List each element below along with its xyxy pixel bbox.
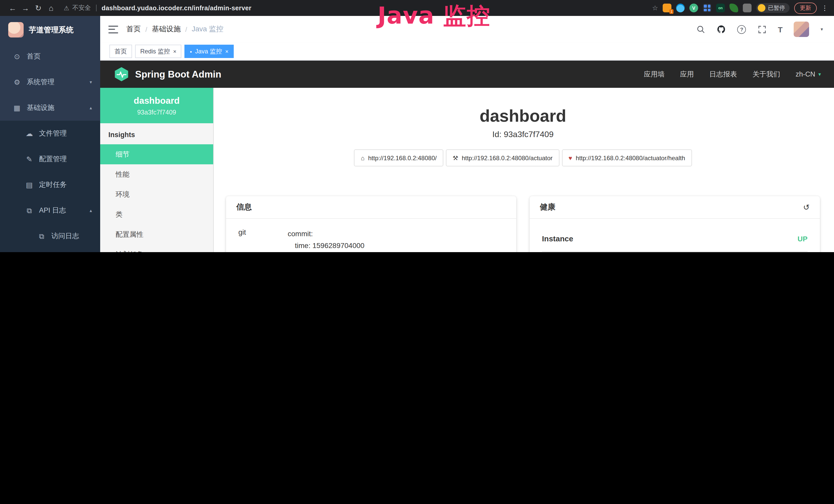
sba-nav-wallboard[interactable]: 应用墙 — [644, 70, 664, 79]
main-column: 首页 / 基础设施 / Java 监控 ? T ▾ — [100, 16, 834, 252]
app-logo[interactable]: 芋道管理系统 — [0, 16, 100, 44]
sidebar-item-jobs[interactable]: ▤ 定时任务 — [0, 172, 100, 198]
sidebar-item-label: 文件管理 — [39, 129, 67, 138]
sidebar-item-infra[interactable]: ▦ 基础设施 ▴ — [0, 95, 100, 121]
sba-nav-applications[interactable]: 应用 — [680, 70, 694, 79]
address-bar[interactable]: ⚠ 不安全 dashboard.yudao.iocoder.cn/infra/a… — [64, 4, 251, 12]
back-icon[interactable]: ← — [6, 4, 19, 12]
instance-nav-scheduledtasks[interactable]: 计划任务 — [100, 245, 213, 252]
cards-grid: 信息 git commit: time: 1596289704000 id: 2… — [226, 196, 820, 252]
sidebar-item-label: 定时任务 — [39, 180, 67, 189]
cards-column-left: 信息 git commit: time: 1596289704000 id: 2… — [226, 196, 516, 252]
breadcrumb-current: Java 监控 — [192, 25, 223, 34]
instance-header[interactable]: dashboard 93a3fc7f7409 — [100, 88, 213, 123]
sidebar-toggle-icon[interactable] — [108, 25, 118, 33]
extension-leaf-icon[interactable] — [729, 4, 738, 12]
bookmark-star-icon[interactable]: ☆ — [652, 4, 658, 12]
breadcrumb-infra[interactable]: 基础设施 — [152, 25, 180, 34]
breadcrumb-home[interactable]: 首页 — [126, 25, 141, 34]
extension-drop-icon[interactable] — [676, 4, 685, 12]
github-icon[interactable] — [717, 25, 726, 34]
extension-badge: 1 — [670, 9, 674, 14]
instance-nav-metrics[interactable]: 性能 — [100, 164, 213, 184]
extension-grid-icon[interactable] — [703, 4, 711, 12]
extension-lion-icon[interactable]: 1 — [663, 4, 672, 12]
page-title: dashboard — [226, 106, 820, 126]
service-url-button[interactable]: ⌂ http://192.168.0.2:48080/ — [354, 150, 443, 166]
instance-main: dashboard Id: 93a3fc7f7409 ⌂ http://192.… — [214, 88, 834, 252]
history-icon[interactable]: ↺ — [803, 203, 810, 212]
fullscreen-icon[interactable] — [758, 25, 767, 34]
extension-puzzle-icon[interactable] — [743, 4, 751, 12]
insights-group-label: Insights — [100, 123, 213, 144]
sidebar-item-api-log[interactable]: ⧉ API 日志 ▴ — [0, 198, 100, 223]
help-icon[interactable]: ? — [738, 25, 746, 33]
sba-logo-icon — [113, 66, 129, 82]
sidebar-item-error-log[interactable]: ⧉ 错误日志 — [0, 249, 100, 252]
logo-avatar — [8, 22, 24, 38]
home-icon[interactable]: ⌂ — [45, 4, 58, 12]
sidebar-item-system[interactable]: ⚙ 系统管理 ▾ — [0, 69, 100, 95]
sba-brand-title: Spring Boot Admin — [135, 69, 221, 80]
tags-bar: 首页 Redis 监控 × ● Java 监控 × — [100, 43, 834, 61]
insights-group: Insights 细节 性能 环境 类 配置属性 计划任务 — [100, 123, 213, 252]
breadcrumb-separator: / — [146, 25, 147, 33]
health-row-instance[interactable]: Instance UP — [542, 234, 808, 252]
reload-icon[interactable]: ↻ — [32, 3, 45, 13]
forward-icon[interactable]: → — [19, 4, 32, 12]
tab-java-monitor[interactable]: ● Java 监控 × — [185, 45, 234, 58]
instance-name: dashboard — [100, 95, 213, 106]
git-id-line: id: 27aa832 — [288, 252, 504, 252]
sidebar-item-home[interactable]: ⊙ 首页 — [0, 44, 100, 69]
instance-content: dashboard 93a3fc7f7409 Insights 细节 性能 环境… — [100, 88, 834, 252]
extension-switch-icon[interactable]: on — [716, 4, 725, 12]
dashboard-icon: ⊙ — [11, 52, 23, 61]
home-icon: ⌂ — [361, 154, 365, 161]
instance-nav-configprops[interactable]: 配置属性 — [100, 224, 213, 245]
sba-nav-journal[interactable]: 日志报表 — [709, 70, 737, 79]
profile-status: 已暂停 — [768, 4, 785, 12]
info-row-git: git commit: time: 1596289704000 id: 27aa… — [238, 228, 504, 252]
close-icon[interactable]: × — [173, 48, 176, 54]
sidebar-item-access-log[interactable]: ⧉ 访问日志 — [0, 223, 100, 249]
sba-navbar: Spring Boot Admin 应用墙 应用 日志报表 关于我们 zh-CN… — [100, 61, 834, 88]
sidebar-item-config[interactable]: ✎ 配置管理 — [0, 146, 100, 172]
active-dot-icon: ● — [190, 49, 192, 53]
font-size-icon[interactable]: T — [778, 25, 783, 33]
sba-language-select[interactable]: zh-CN ▾ — [795, 70, 821, 78]
extension-vue-icon[interactable]: V — [689, 4, 698, 12]
avatar-caret-icon[interactable]: ▾ — [821, 27, 823, 32]
health-card: 健康 ↺ Instance UP — [530, 196, 820, 252]
search-icon[interactable] — [696, 25, 706, 34]
profile-pill[interactable]: 已暂停 — [756, 3, 790, 13]
sba-nav-about[interactable]: 关于我们 — [752, 70, 780, 79]
instance-nav-classes[interactable]: 类 — [100, 204, 213, 224]
user-avatar[interactable] — [794, 22, 809, 37]
instance-nav-details[interactable]: 细节 — [100, 144, 213, 164]
sidebar-item-files[interactable]: ☁ 文件管理 — [0, 121, 100, 146]
chevron-up-icon: ▴ — [90, 105, 92, 110]
tab-home[interactable]: 首页 — [109, 45, 132, 58]
instance-nav-environment[interactable]: 环境 — [100, 184, 213, 204]
health-instance-label: Instance — [542, 234, 573, 243]
sidebar-item-label: API 日志 — [39, 206, 66, 215]
screen: ← → ↻ ⌂ ⚠ 不安全 dashboard.yudao.iocoder.cn… — [0, 0, 834, 252]
close-icon[interactable]: × — [225, 48, 228, 54]
service-url: http://192.168.0.2:48080/ — [368, 154, 437, 161]
sba-language-value: zh-CN — [795, 70, 815, 78]
tab-redis-monitor[interactable]: Redis 监控 × — [135, 45, 182, 58]
health-url-button[interactable]: ♥ http://192.168.0.2:48080/actuator/heal… — [562, 150, 692, 166]
instance-id-line: Id: 93a3fc7f7409 — [226, 130, 820, 139]
status-badge: UP — [797, 234, 808, 243]
log-icon: ⧉ — [24, 206, 35, 215]
chevron-down-icon: ▾ — [90, 79, 92, 85]
chevron-down-icon: ▾ — [818, 71, 821, 77]
tab-label: Redis 监控 — [140, 47, 170, 56]
info-value: commit: time: 1596289704000 id: 27aa832 … — [288, 228, 504, 252]
url-text[interactable]: dashboard.yudao.iocoder.cn/infra/admin-s… — [102, 4, 251, 12]
actuator-url-button[interactable]: ⚒ http://192.168.0.2:48080/actuator — [446, 150, 559, 166]
warning-icon: ⚠ — [64, 4, 69, 12]
breadcrumb-separator: / — [185, 25, 187, 33]
update-button[interactable]: 更新 — [794, 2, 817, 14]
chrome-menu-icon[interactable]: ⋮ — [821, 4, 828, 12]
